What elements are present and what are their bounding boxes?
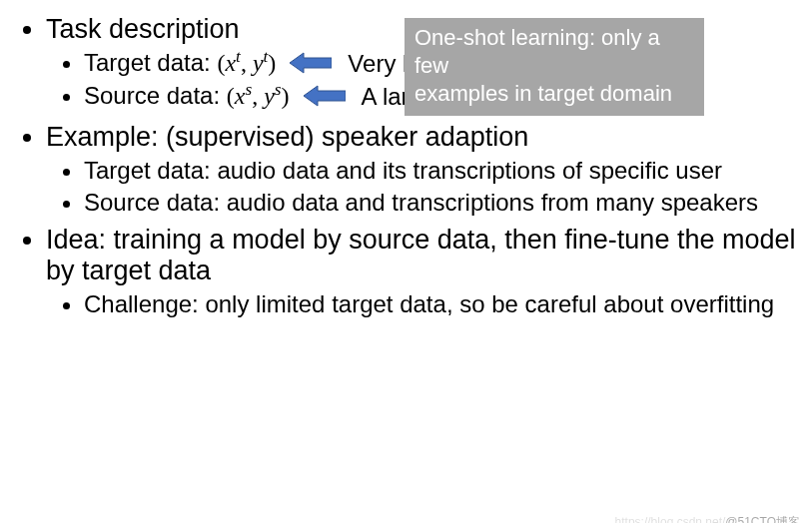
task-target-formula: (xt, yt) <box>217 50 276 76</box>
callout-box: One-shot learning: only a few examples i… <box>405 18 704 116</box>
example-target: Target data: audio data and its transcri… <box>84 156 812 185</box>
watermark-left: https://blog.csdn.net/ <box>615 515 726 523</box>
task-heading: Task description <box>46 14 240 44</box>
task-source-label: Source data: <box>84 82 227 109</box>
arrow-left-icon <box>304 85 346 107</box>
task-source-formula: (xs, ys) <box>227 83 290 109</box>
callout-line1: One-shot learning: only a few <box>414 25 660 78</box>
example-source: Source data: audio data and transcriptio… <box>84 188 812 217</box>
watermark-right: @51CTO博客 <box>725 515 800 523</box>
section-example: Example: (supervised) speaker adaption T… <box>46 122 812 218</box>
callout-line2: examples in target domain <box>414 81 672 106</box>
example-sublist: Target data: audio data and its transcri… <box>46 156 812 218</box>
idea-challenge: Challenge: only limited target data, so … <box>84 289 812 318</box>
task-target-label: Target data: <box>84 49 217 76</box>
arrow-left-icon <box>290 52 332 74</box>
watermark: https://blog.csdn.net/@51CTO博客 <box>615 514 800 523</box>
svg-marker-0 <box>290 53 332 73</box>
example-heading: Example: (supervised) speaker adaption <box>46 122 528 152</box>
idea-heading: Idea: training a model by source data, t… <box>46 225 795 285</box>
idea-sublist: Challenge: only limited target data, so … <box>46 289 812 318</box>
svg-marker-1 <box>304 86 346 106</box>
slide: One-shot learning: only a few examples i… <box>0 14 812 523</box>
section-idea: Idea: training a model by source data, t… <box>46 225 812 318</box>
